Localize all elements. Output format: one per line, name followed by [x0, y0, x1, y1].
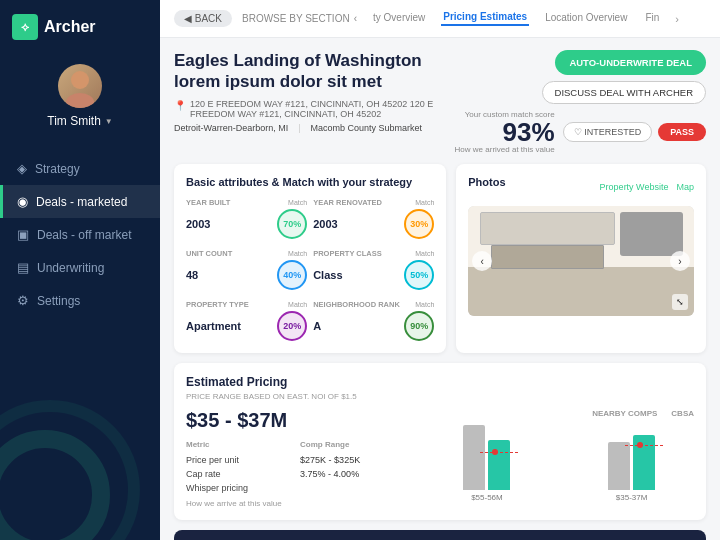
deals-off-market-icon: ▣ — [17, 227, 29, 242]
map-link[interactable]: Map — [676, 182, 694, 192]
sidebar: ⟡ Archer Tim Smith ▼ ◈ Strategy ◉ Deals … — [0, 0, 160, 540]
dashed-line-cbsa — [625, 445, 663, 446]
chart-label-nearby: NEARBY COMPS — [592, 409, 657, 418]
pricing-left: $35 - $37M Metric Comp Range Price per u… — [186, 409, 411, 508]
attr-neighborhood-rank: NEIGHBORHOOD RANK Match A 90% — [313, 300, 434, 341]
sidebar-item-underwriting[interactable]: ▤ Underwriting — [0, 251, 160, 284]
attributes-card-title: Basic attributes & Match with your strat… — [186, 176, 434, 188]
location-icon: 📍 — [174, 100, 186, 111]
deals-marketed-icon: ◉ — [17, 194, 28, 209]
kitchen-photo — [468, 206, 694, 316]
attr-year-built: YEAR BUILT Match 2003 70% — [186, 198, 307, 239]
attr-property-class: PROPERTY CLASS Match Class 50% — [313, 249, 434, 290]
sidebar-item-deals-off-market[interactable]: ▣ Deals - off market — [0, 218, 160, 251]
match-score-value: 93% — [455, 119, 555, 145]
price-range: $35 - $37M — [186, 409, 411, 432]
sidebar-item-deals-marketed[interactable]: ◉ Deals - marketed — [0, 185, 160, 218]
match-circle-property-type: 20% — [277, 311, 307, 341]
match-circle-neighborhood: 90% — [404, 311, 434, 341]
property-info: Eagles Landing of Washington lorem ipsum… — [174, 50, 445, 133]
photo-container: ‹ › ⤡ — [468, 206, 694, 316]
photo-prev-button[interactable]: ‹ — [472, 251, 492, 271]
attributes-grid: YEAR BUILT Match 2003 70% YEAR RENOVATED… — [186, 198, 434, 341]
photos-card: Photos Property Website Map — [456, 164, 706, 353]
match-circle-property-class: 50% — [404, 260, 434, 290]
pricing-subtitle: PRICE RANGE BASED ON EAST. NOI OF $1.5 — [186, 392, 694, 401]
sidebar-item-settings[interactable]: ⚙ Settings — [0, 284, 160, 317]
nav-tabs: ty Overview Pricing Estimates Location O… — [371, 11, 679, 26]
submarket-tag: Macomb County Submarket — [311, 123, 423, 133]
chart-bar-label-cbsa: $35-37M — [616, 493, 648, 502]
action-buttons: ♡ INTERESTED PASS — [563, 122, 706, 142]
photos-title: Photos — [468, 176, 505, 188]
main-content: ◀ BACK BROWSE BY SECTION ‹ ty Overview P… — [160, 0, 720, 540]
pricing-right: NEARBY COMPS CBSA — [425, 409, 694, 508]
table-row: Price per unit $275K - $325K — [186, 453, 411, 467]
kitchen-cabinet — [480, 212, 615, 245]
pricing-header: Estimated Pricing PRICE RANGE BASED ON E… — [186, 375, 694, 401]
user-profile: Tim Smith ▼ — [0, 54, 160, 144]
attr-year-renovated: YEAR RENOVATED Match 2003 30% — [313, 198, 434, 239]
kitchen-counter — [468, 267, 694, 317]
attributes-card: Basic attributes & Match with your strat… — [174, 164, 446, 353]
chart-labels: NEARBY COMPS CBSA — [425, 409, 694, 418]
photo-expand-button[interactable]: ⤡ — [672, 294, 688, 310]
pricing-card: Estimated Pricing PRICE RANGE BASED ON E… — [174, 363, 706, 520]
header-right: AUTO-UNDERWRITE DEAL DISCUSS DEAL WITH A… — [455, 50, 706, 154]
match-circle-year-renovated: 30% — [404, 209, 434, 239]
chart-label-cbsa: CBSA — [671, 409, 694, 418]
pricing-body: $35 - $37M Metric Comp Range Price per u… — [186, 409, 694, 508]
tab-pricing[interactable]: Pricing Estimates — [441, 11, 529, 26]
kitchen-backsplash — [491, 245, 604, 269]
strategy-icon: ◈ — [17, 161, 27, 176]
auto-underwrite-button[interactable]: AUTO-UNDERWRITE DEAL — [555, 50, 706, 75]
pass-button[interactable]: PASS — [658, 123, 706, 141]
col-comp-range: Comp Range — [300, 440, 410, 453]
svg-point-0 — [71, 71, 89, 89]
user-name[interactable]: Tim Smith ▼ — [47, 114, 112, 128]
chevron-down-icon: ▼ — [105, 117, 113, 126]
attr-property-type: PROPERTY TYPE Match Apartment 20% — [186, 300, 307, 341]
match-circle-unit-count: 40% — [277, 260, 307, 290]
dot-nearby — [492, 449, 498, 455]
nav-arrow-right[interactable]: › — [675, 13, 679, 25]
tab-location[interactable]: Location Overview — [543, 12, 629, 25]
kitchen-appliance — [620, 212, 683, 256]
price-note: How we arrive at this value — [186, 499, 411, 508]
pricing-table: Metric Comp Range Price per unit $275K -… — [186, 440, 411, 495]
chart-bar-label-nearby: $55-56M — [471, 493, 503, 502]
cards-row: Basic attributes & Match with your strat… — [174, 164, 706, 353]
attr-unit-count: UNIT COUNT Match 48 40% — [186, 249, 307, 290]
col-metric: Metric — [186, 440, 300, 453]
property-tags: Detroit-Warren-Dearborn, MI | Macomb Cou… — [174, 123, 445, 133]
settings-icon: ⚙ — [17, 293, 29, 308]
dot-cbsa — [637, 442, 643, 448]
interested-button[interactable]: ♡ INTERESTED — [563, 122, 653, 142]
bar-nearby-gray — [463, 425, 485, 490]
pricing-title: Estimated Pricing — [186, 375, 694, 389]
photos-header: Photos Property Website Map — [468, 176, 694, 198]
bar-cbsa-teal — [633, 435, 655, 490]
photo-next-button[interactable]: › — [670, 251, 690, 271]
bar-nearby-teal — [488, 440, 510, 490]
logo-icon: ⟡ — [12, 14, 38, 40]
avatar-image — [58, 64, 102, 108]
tab-overview[interactable]: ty Overview — [371, 12, 427, 25]
content-area: Eagles Landing of Washington lorem ipsum… — [160, 38, 720, 540]
table-row: Whisper pricing — [186, 481, 411, 495]
dashed-line-nearby — [480, 452, 518, 453]
avatar — [58, 64, 102, 108]
discuss-button[interactable]: DISCUSS DEAL WITH ARCHER — [542, 81, 706, 104]
nav-arrow-left[interactable]: ‹ — [354, 13, 357, 24]
bottom-banner: To view Comparable Properties/Recent Tra… — [174, 530, 706, 540]
tab-fin[interactable]: Fin — [643, 12, 661, 25]
browse-section-label: BROWSE BY SECTION ‹ — [242, 13, 357, 24]
svg-point-1 — [66, 93, 94, 108]
property-title: Eagles Landing of Washington lorem ipsum… — [174, 50, 445, 93]
underwriting-icon: ▤ — [17, 260, 29, 275]
back-button[interactable]: ◀ BACK — [174, 10, 232, 27]
property-website-link[interactable]: Property Website — [600, 182, 669, 192]
table-row: Cap rate 3.75% - 4.00% — [186, 467, 411, 481]
match-score: Your custom match score 93% How we arriv… — [455, 110, 555, 154]
sidebar-item-strategy[interactable]: ◈ Strategy — [0, 152, 160, 185]
